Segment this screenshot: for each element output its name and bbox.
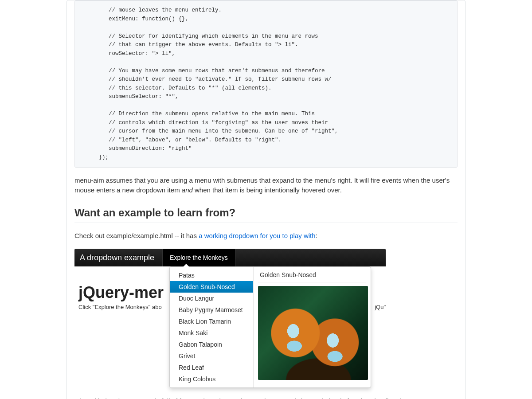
- example-screenshot: A dropdown example Explore the Monkeys j…: [74, 249, 386, 388]
- para2-text-before: Check out example/example.html -- it has: [74, 232, 199, 239]
- example-menu-item[interactable]: Duoc Langur: [170, 293, 253, 304]
- example-menu-item[interactable]: Golden Snub-Nosed: [170, 281, 253, 293]
- example-menu-item[interactable]: Monk Saki: [170, 327, 253, 339]
- example-navbar: A dropdown example Explore the Monkeys: [74, 249, 386, 266]
- example-dropdown-list: PatasGolden Snub-NosedDuoc LangurBaby Py…: [170, 267, 254, 387]
- example-bg-heading: jQuery-mer: [78, 283, 164, 302]
- example-nav-brand: A dropdown example: [74, 249, 162, 266]
- para1-text-after: when that item is being intentionally ho…: [193, 186, 342, 194]
- para1-emphasis: and: [182, 186, 193, 194]
- example-menu-item[interactable]: Patas: [170, 270, 253, 281]
- monkey-image: [258, 286, 368, 380]
- readme-card: // mouse leaves the menu entirely. exitM…: [66, 0, 466, 399]
- paragraph-intro: menu-aim assumes that you are using a me…: [74, 176, 458, 195]
- example-dropdown-panel: Golden Snub-Nosed: [254, 267, 371, 387]
- example-menu-item[interactable]: Black Lion Tamarin: [170, 316, 253, 327]
- code-block[interactable]: // mouse leaves the menu entirely. exitM…: [74, 0, 458, 168]
- example-menu-item[interactable]: King Colobus: [170, 373, 253, 385]
- example-caption: Play with the above example full of fun …: [74, 396, 458, 399]
- example-menu-item[interactable]: Red Leaf: [170, 362, 253, 373]
- para2-text-after: :: [316, 232, 317, 239]
- example-bg-text: Click "Explore the Monkeys" abo: [78, 304, 162, 310]
- example-dropdown: PatasGolden Snub-NosedDuoc LangurBaby Py…: [169, 266, 371, 388]
- example-menu-item[interactable]: Baby Pygmy Marmoset: [170, 304, 253, 316]
- example-panel-title: Golden Snub-Nosed: [258, 270, 366, 282]
- example-menu-item[interactable]: Grivet: [170, 350, 253, 362]
- paragraph-example-intro: Check out example/example.html -- it has…: [74, 231, 458, 241]
- section-heading-example: Want an example to learn from?: [74, 207, 458, 223]
- example-link[interactable]: a working dropdown for you to play with: [199, 232, 315, 239]
- example-nav-item-explore[interactable]: Explore the Monkeys: [162, 249, 235, 266]
- example-menu-item[interactable]: Gabon Talapoin: [170, 339, 253, 350]
